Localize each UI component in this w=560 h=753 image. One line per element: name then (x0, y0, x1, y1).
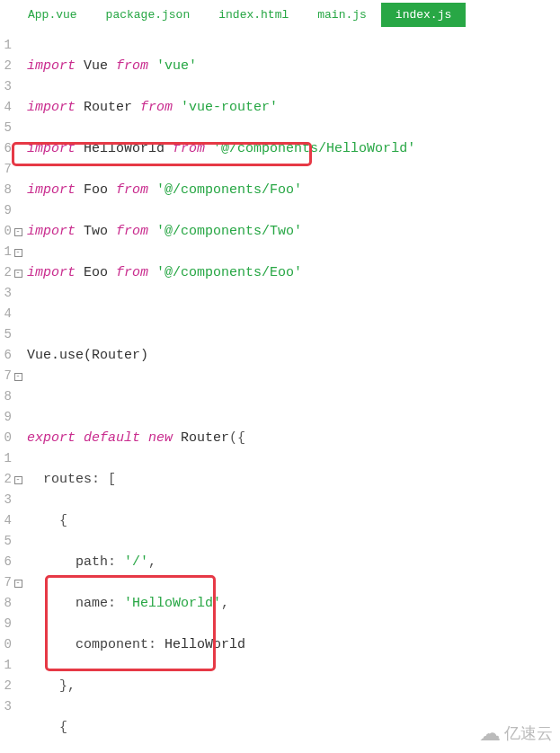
line-number: 6 (0, 345, 12, 366)
code-line: routes: [ (27, 469, 560, 490)
line-number: 9 (0, 200, 12, 221)
watermark: ☁ 亿速云 (479, 721, 553, 746)
line-number: 3 (0, 696, 12, 717)
code-line (27, 386, 560, 407)
line-number: 2 (0, 56, 12, 76)
fold-gutter: - - - - - - (13, 35, 23, 753)
watermark-text: 亿速云 (504, 722, 553, 744)
line-number: 4 (0, 97, 12, 118)
code-area[interactable]: import Vue from 'vue' import Router from… (23, 35, 560, 753)
tab-main-js[interactable]: main.js (303, 3, 381, 27)
fold-icon[interactable]: - (13, 221, 23, 242)
code-line: import Two from '@/components/Two' (27, 221, 560, 242)
code-line: import HelloWorld from '@/components/Hel… (27, 138, 560, 159)
code-editor[interactable]: 1 2 3 4 5 6 7 8 9 0 1 2 3 4 5 6 7 8 9 0 … (0, 30, 560, 753)
tab-index-html[interactable]: index.html (204, 3, 303, 27)
code-line: component: HelloWorld (27, 634, 560, 655)
code-line: name: 'HelloWorld', (27, 593, 560, 614)
line-number: 2 (0, 262, 12, 283)
fold-icon[interactable]: - (13, 572, 23, 593)
line-number-gutter: 1 2 3 4 5 6 7 8 9 0 1 2 3 4 5 6 7 8 9 0 … (0, 35, 13, 753)
line-number: 0 (0, 428, 12, 448)
code-line: }, (27, 676, 560, 696)
line-number: 6 (0, 552, 12, 572)
line-number: 0 (0, 221, 12, 242)
line-number: 2 (0, 676, 12, 696)
line-number: 7 (0, 366, 12, 386)
code-line: import Eoo from '@/components/Eoo' (27, 262, 560, 283)
fold-icon[interactable]: - (13, 469, 23, 490)
line-number: 8 (0, 593, 12, 614)
line-number: 7 (0, 572, 12, 593)
tab-index-js[interactable]: index.js (381, 3, 466, 27)
code-line: import Foo from '@/components/Foo' (27, 180, 560, 200)
line-number: 1 (0, 448, 12, 469)
line-number: 1 (0, 242, 12, 262)
line-number: 3 (0, 283, 12, 304)
line-number: 0 (0, 634, 12, 655)
tab-package-json[interactable]: package.json (92, 3, 205, 27)
line-number: 9 (0, 614, 12, 634)
line-number: 4 (0, 304, 12, 324)
code-line: path: '/', (27, 552, 560, 572)
line-number: 1 (0, 655, 12, 676)
code-line: import Router from 'vue-router' (27, 97, 560, 118)
tab-app-vue[interactable]: App.vue (13, 3, 92, 27)
code-line: import Vue from 'vue' (27, 56, 560, 76)
fold-icon[interactable]: - (13, 366, 23, 386)
line-number: 5 (0, 118, 12, 138)
line-number: 7 (0, 159, 12, 180)
tab-bar: App.vue package.json index.html main.js … (0, 0, 560, 30)
line-number: 4 (0, 510, 12, 531)
line-number: 6 (0, 138, 12, 159)
cloud-icon: ☁ (479, 721, 501, 746)
code-line (27, 304, 560, 324)
code-line: { (27, 510, 560, 531)
line-number: 1 (0, 35, 12, 56)
line-number: 9 (0, 407, 12, 428)
fold-icon[interactable]: - (13, 242, 23, 262)
line-number: 3 (0, 76, 12, 97)
line-number: 3 (0, 490, 12, 510)
line-number: 2 (0, 469, 12, 490)
line-number: 5 (0, 531, 12, 552)
line-number: 5 (0, 324, 12, 345)
code-line: Vue.use(Router) (27, 345, 560, 366)
line-number: 8 (0, 386, 12, 407)
line-number: 8 (0, 180, 12, 200)
code-line: export default new Router({ (27, 428, 560, 448)
fold-icon[interactable]: - (13, 262, 23, 283)
